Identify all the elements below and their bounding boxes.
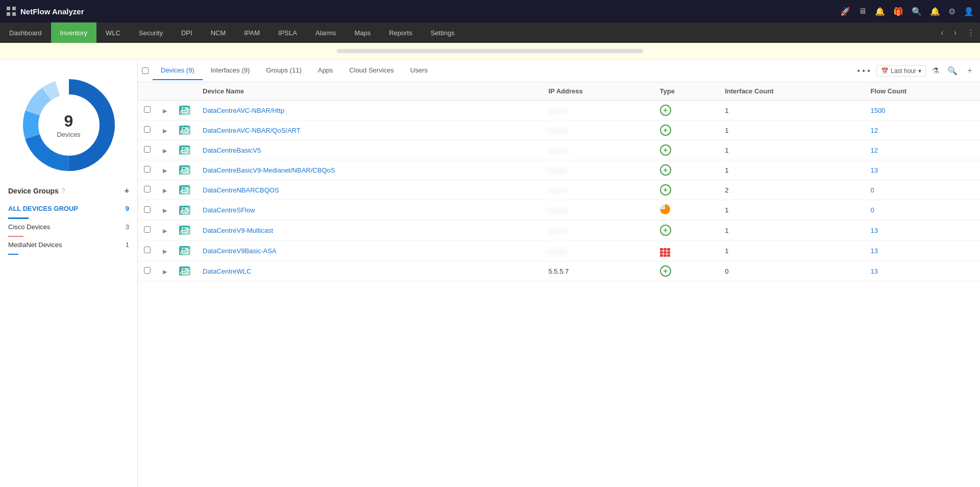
expand-button[interactable]: ▶ xyxy=(163,148,167,154)
tab-interfaces[interactable]: Interfaces (9) xyxy=(203,61,258,80)
banner-bar xyxy=(337,49,643,53)
svg-rect-2 xyxy=(7,12,10,16)
nav-settings[interactable]: Settings xyxy=(422,22,464,43)
expand-button[interactable]: ▶ xyxy=(163,187,167,193)
bell-alt-icon[interactable]: 🔔 xyxy=(875,7,885,16)
device-name-cell[interactable]: DataCentreWLC xyxy=(197,261,542,281)
filter-icon[interactable]: ⚗ xyxy=(930,64,941,78)
ip-blurred: x.x.x.x xyxy=(548,206,567,214)
expand-button[interactable]: ▶ xyxy=(163,108,167,114)
col-ip-address[interactable]: IP Address xyxy=(542,82,653,101)
type-plus-icon: + xyxy=(660,265,671,277)
group-all-devices[interactable]: ALL DEVICES GROUP 9 xyxy=(8,201,129,217)
expand-button[interactable]: ▶ xyxy=(163,248,167,254)
device-name-cell[interactable]: DataCentreBasicV9-Medianet/NBAR/CBQoS xyxy=(197,160,542,180)
group-item-all[interactable]: ALL DEVICES GROUP 9 xyxy=(8,201,129,219)
donut-count: 9 xyxy=(57,112,80,131)
row-checkbox[interactable] xyxy=(144,206,151,213)
help-icon[interactable]: ? xyxy=(62,187,65,194)
nav-maps[interactable]: Maps xyxy=(345,22,380,43)
ip-address-cell: x.x.x.x xyxy=(542,101,653,120)
ip-address-cell: x.x.x.x xyxy=(542,120,653,140)
ip-address-cell: x.x.x.x xyxy=(542,180,653,200)
interface-count-cell: 1 xyxy=(719,221,864,240)
table-row: ▶DataCentreBasicV9-Medianet/NBAR/CBQoSx.… xyxy=(138,160,980,180)
device-name-cell[interactable]: DataCentreAVC-NBAR/QoS/ART xyxy=(197,120,542,140)
expand-button[interactable]: ▶ xyxy=(163,269,167,275)
row-checkbox[interactable] xyxy=(144,146,151,153)
expand-button[interactable]: ▶ xyxy=(163,207,167,213)
nav-wlc[interactable]: WLC xyxy=(96,22,130,43)
row-checkbox[interactable] xyxy=(144,267,151,274)
group-cisco[interactable]: Cisco Devices 3 xyxy=(8,219,129,236)
row-checkbox[interactable] xyxy=(144,226,151,233)
tab-apps[interactable]: Apps xyxy=(310,61,341,80)
device-name-cell[interactable]: DataCentreBasicV5 xyxy=(197,140,542,160)
device-thumbnail-icon xyxy=(179,206,190,215)
tabs-actions: • • • 📅 Last hour ▾ ⚗ 🔍 ＋ xyxy=(855,63,976,78)
row-device-icon-cell xyxy=(173,160,197,180)
row-checkbox[interactable] xyxy=(144,126,151,133)
row-expand-cell: ▶ xyxy=(157,140,173,160)
group-item-medianet[interactable]: MediaNet Devices 1 xyxy=(8,237,129,255)
sidebar: 9 Devices Device Groups ? + ALL DEVICES … xyxy=(0,60,138,487)
nav-reports[interactable]: Reports xyxy=(380,22,422,43)
nav-more-menu[interactable]: ⋮ xyxy=(962,28,980,38)
device-name-cell[interactable]: DataCentreV9-Multicast xyxy=(197,221,542,240)
gear-icon[interactable]: ⚙ xyxy=(948,7,955,16)
nav-security[interactable]: Security xyxy=(130,22,172,43)
nav-inventory[interactable]: Inventory xyxy=(51,22,96,43)
device-name-cell[interactable]: DataCentreNBARCBQOS xyxy=(197,180,542,200)
user-icon[interactable]: 👤 xyxy=(964,7,974,16)
notification-icon[interactable]: 🔔 xyxy=(930,7,940,16)
device-name-cell[interactable]: DataCentreV9Basic-ASA xyxy=(197,240,542,261)
row-checkbox[interactable] xyxy=(144,247,151,253)
nav-ipam[interactable]: IPAM xyxy=(235,22,269,43)
search-table-icon[interactable]: 🔍 xyxy=(945,64,960,78)
row-checkbox[interactable] xyxy=(144,106,151,113)
col-device-name[interactable]: Device Name xyxy=(197,82,542,101)
row-device-icon-cell xyxy=(173,240,197,261)
table-header-row: Device Name IP Address Type Interface Co… xyxy=(138,82,980,101)
type-cell: + xyxy=(654,140,719,160)
device-name-cell[interactable]: DataCentreSFlow xyxy=(197,200,542,221)
add-group-button[interactable]: + xyxy=(125,186,129,196)
nav-arrow-left[interactable]: ‹ xyxy=(936,28,948,37)
tab-users[interactable]: Users xyxy=(402,61,436,80)
time-select[interactable]: 📅 Last hour ▾ xyxy=(876,65,926,77)
col-flow-count[interactable]: Flow Count xyxy=(864,82,980,101)
col-interface-count[interactable]: Interface Count xyxy=(719,82,864,101)
expand-button[interactable]: ▶ xyxy=(163,167,167,174)
group-medianet[interactable]: MediaNet Devices 1 xyxy=(8,237,129,254)
select-all-checkbox[interactable] xyxy=(142,67,149,74)
nav-dashboard[interactable]: Dashboard xyxy=(0,22,51,43)
nav-dpi[interactable]: DPI xyxy=(172,22,202,43)
expand-button[interactable]: ▶ xyxy=(163,128,167,134)
gift-icon[interactable]: 🎁 xyxy=(893,7,903,16)
monitor-icon[interactable]: 🖥 xyxy=(859,7,867,16)
nav-ncm[interactable]: NCM xyxy=(202,22,235,43)
tab-cloud-services[interactable]: Cloud Services xyxy=(341,61,402,80)
device-name-cell[interactable]: DataCentreAVC-NBAR/Http xyxy=(197,101,542,120)
table-row: ▶DataCentreSFlowx.x.x.x10 xyxy=(138,200,980,221)
nav-ipsla[interactable]: IPSLA xyxy=(269,22,306,43)
tab-devices[interactable]: Devices (9) xyxy=(153,61,203,80)
nav-alarms[interactable]: Alarms xyxy=(306,22,345,43)
expand-button[interactable]: ▶ xyxy=(163,228,167,234)
group-item-cisco[interactable]: Cisco Devices 3 xyxy=(8,219,129,237)
more-dots-icon[interactable]: • • • xyxy=(855,64,872,78)
interface-count-cell: 1 xyxy=(719,240,864,261)
row-expand-cell: ▶ xyxy=(157,240,173,261)
device-thumbnail-icon xyxy=(179,246,190,255)
add-device-button[interactable]: ＋ xyxy=(964,63,976,78)
nav-arrow-right[interactable]: › xyxy=(949,28,962,37)
col-type[interactable]: Type xyxy=(654,82,719,101)
ip-blurred: x.x.x.x xyxy=(548,166,567,174)
search-icon[interactable]: 🔍 xyxy=(912,7,922,16)
table-row: ▶DataCentreWLC5.5.5.7+013 xyxy=(138,261,980,281)
tab-groups[interactable]: Groups (11) xyxy=(258,61,309,80)
row-checkbox[interactable] xyxy=(144,166,151,173)
interface-count-cell: 1 xyxy=(719,200,864,221)
rocket-icon[interactable]: 🚀 xyxy=(840,7,850,16)
row-checkbox[interactable] xyxy=(144,186,151,192)
